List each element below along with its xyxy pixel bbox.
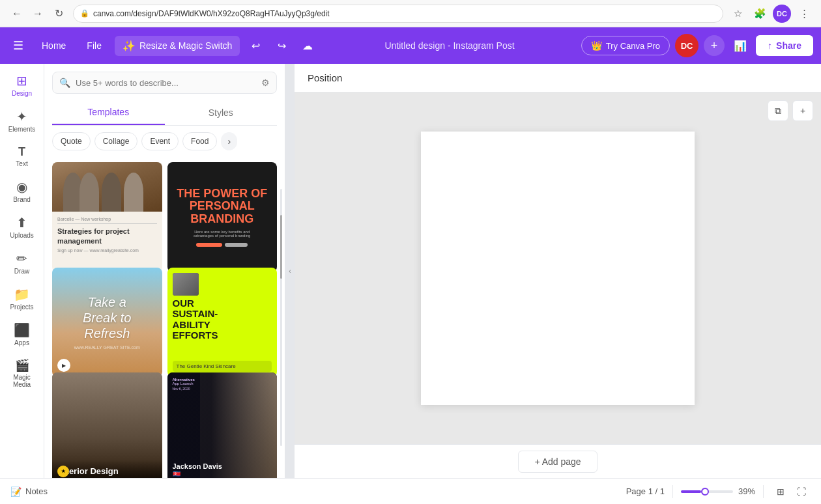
template-card-refresh[interactable]: Take aBreak toRefresh www.REALLY GREAT S…: [52, 268, 162, 378]
bookmark-button[interactable]: ☆: [728, 5, 747, 23]
browser-nav-buttons: ← → ↻: [8, 5, 68, 23]
crown-icon: 👑: [591, 40, 602, 51]
hide-panel-button[interactable]: ‹: [285, 64, 295, 478]
design-icon: ⊞: [16, 74, 27, 87]
hamburger-menu-button[interactable]: ☰: [8, 35, 29, 56]
canva-pro-label: Try Canva Pro: [606, 41, 660, 51]
template-card-personal-branding[interactable]: THE POWER OFPERSONALBRANDING Here are so…: [167, 162, 278, 272]
add-page-button[interactable]: + Add page: [518, 451, 597, 473]
apps-icon: ⬛: [14, 324, 30, 337]
share-label: Share: [776, 40, 801, 51]
zoom-bar: 39%: [681, 486, 755, 496]
canvas-toolbar: Position: [295, 64, 821, 92]
template-link-refresh: www.REALLY GREAT SITE.com: [74, 345, 140, 350]
template-brand-text: Barcelle — New workshop: [57, 217, 157, 224]
sidebar-item-design[interactable]: ⊞ Design: [4, 69, 40, 102]
canvas-main: ⧉ + ↻: [295, 92, 821, 444]
canvas-frame[interactable]: [421, 132, 695, 405]
sidebar-item-text[interactable]: T Text: [4, 141, 40, 173]
file-button[interactable]: File: [79, 36, 109, 55]
add-collaborator-button[interactable]: +: [704, 35, 725, 56]
template-title-strategies: Strategies for project management: [57, 227, 157, 245]
branding-tag-2: [225, 243, 248, 247]
scroll-track: [280, 189, 282, 445]
chip-quote[interactable]: Quote: [52, 132, 91, 150]
browser-bar: ← → ↻ 🔒 canva.com/design/DAF9tWldKW0/hX9…: [0, 0, 821, 27]
jackson-name-area: Jackson Davis 🇰🇵: [173, 462, 272, 477]
address-bar[interactable]: 🔒 canva.com/design/DAF9tWldKW0/hX92zoQ8R…: [73, 5, 723, 23]
template-card-strategies[interactable]: Barcelle — New workshop Strategies for p…: [52, 162, 162, 272]
analytics-button[interactable]: 📊: [730, 35, 751, 56]
branding-tag-1: [196, 243, 222, 247]
sidebar-item-projects[interactable]: 📁 Projects: [4, 283, 40, 316]
jackson-date: Nov 6, 2020: [173, 387, 195, 391]
sidebar-label-text: Text: [16, 160, 27, 167]
view-buttons: ⊞ ⛶: [771, 483, 811, 501]
refresh-button[interactable]: ↻: [50, 5, 68, 23]
text-icon: T: [18, 146, 25, 158]
magic-label: Resize & Magic Switch: [139, 40, 232, 51]
share-button[interactable]: ↑ Share: [756, 35, 813, 56]
zoom-slider-fill: [681, 490, 701, 493]
redo-button[interactable]: ↪: [271, 35, 292, 56]
user-avatar[interactable]: DC: [675, 34, 699, 57]
template-card-sustainability[interactable]: OURSUSTAIN-ABILITYEFFORTS The Gentle Kin…: [167, 268, 278, 378]
sustainability-img-bg: [173, 273, 199, 296]
chip-food[interactable]: Food: [182, 132, 217, 150]
play-button-overlay[interactable]: ▶: [57, 359, 70, 372]
sustainability-image: [173, 273, 199, 296]
sidebar-item-apps[interactable]: ⬛ Apps: [4, 318, 40, 352]
duplicate-button[interactable]: ⧉: [768, 100, 788, 121]
template-title-interior-design: Interior Design: [59, 466, 156, 476]
uploads-icon: ⬆: [16, 216, 27, 229]
undo-button[interactable]: ↩: [245, 35, 266, 56]
chips-more-button[interactable]: ›: [221, 132, 237, 150]
elements-icon: ✦: [16, 110, 27, 123]
sidebar-label-projects: Projects: [10, 303, 33, 311]
sidebar-label-uploads: Uploads: [10, 232, 34, 239]
magic-media-icon: 🎬: [15, 359, 29, 371]
scroll-indicator: [280, 189, 282, 445]
person-silhouette-3: [102, 173, 121, 212]
jackson-sub-label: App Launch: [173, 382, 195, 385]
try-canva-pro-button[interactable]: 👑 Try Canva Pro: [581, 36, 670, 55]
brand-icon: ◉: [16, 180, 27, 193]
projects-icon: 📁: [14, 288, 30, 301]
sidebar-label-draw: Draw: [14, 268, 29, 275]
sustainability-sub: The Gentle Kind Skincare: [177, 363, 268, 369]
notes-button[interactable]: 📝 Notes: [10, 486, 48, 497]
zoom-percentage: 39%: [738, 486, 755, 496]
topbar: ☰ Home File ✨ Resize & Magic Switch ↩ ↪ …: [0, 27, 821, 64]
chip-collage[interactable]: Collage: [94, 132, 138, 150]
fullscreen-button[interactable]: ⛶: [792, 483, 811, 501]
search-input[interactable]: [76, 78, 256, 88]
sidebar-item-brand[interactable]: ◉ Brand: [4, 175, 40, 208]
sidebar-item-draw[interactable]: ✏ Draw: [4, 247, 40, 280]
sidebar-item-uploads[interactable]: ⬆ Uploads: [4, 211, 40, 244]
save-cloud-button[interactable]: ☁: [297, 35, 318, 56]
filter-chips: Quote Collage Event Food ›: [44, 126, 285, 157]
tab-templates[interactable]: Templates: [52, 100, 165, 125]
forward-button[interactable]: →: [29, 5, 47, 23]
template-card-jackson-davis[interactable]: Alternatives App Launch Nov 6, 2020 Jack…: [167, 372, 278, 478]
extensions-button[interactable]: 🧩: [751, 5, 769, 23]
sidebar-item-elements[interactable]: ✦ Elements: [4, 105, 40, 138]
add-element-button[interactable]: +: [792, 100, 813, 121]
sidebar-item-magic-media[interactable]: 🎬 Magic Media: [4, 354, 40, 393]
template-subtitle-branding: Here are some key benefits andadvantages…: [194, 230, 250, 238]
zoom-slider-thumb[interactable]: [701, 488, 709, 496]
grid-view-button[interactable]: ⊞: [771, 483, 790, 501]
person-silhouette-2: [79, 173, 99, 212]
browser-profile-avatar[interactable]: DC: [773, 5, 791, 23]
browser-menu-button[interactable]: ⋮: [795, 5, 813, 23]
back-button[interactable]: ←: [8, 5, 26, 23]
filter-button[interactable]: ⚙: [261, 77, 270, 88]
design-title: Untitled design - Instagram Post: [323, 40, 575, 51]
zoom-slider[interactable]: [681, 490, 733, 493]
chip-event[interactable]: Event: [141, 132, 179, 150]
panel-tabs: Templates Styles: [52, 100, 277, 126]
tab-styles[interactable]: Styles: [165, 100, 278, 125]
resize-magic-switch-button[interactable]: ✨ Resize & Magic Switch: [115, 36, 240, 56]
home-button[interactable]: Home: [34, 36, 74, 55]
template-card-interior-design[interactable]: Interior Design ★: [52, 372, 162, 478]
